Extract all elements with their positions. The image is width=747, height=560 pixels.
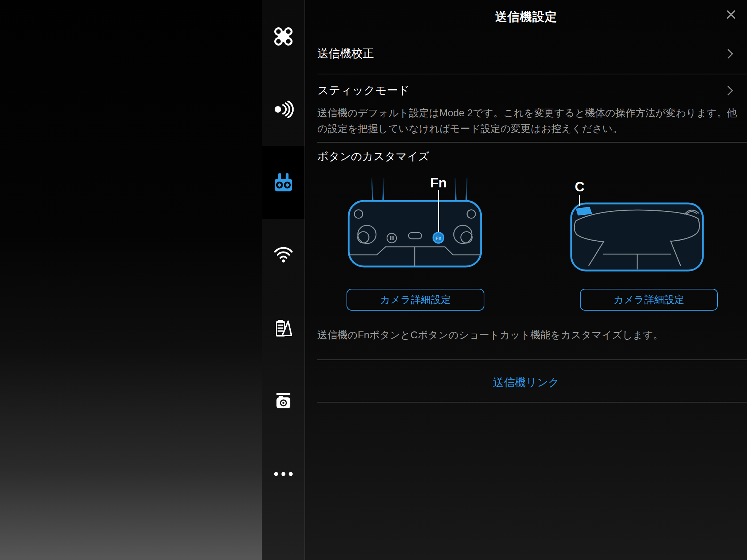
transmitter-settings-panel: 送信機設定 × 送信機校正 スティックモード 送信機のデフォルト設定はMode … xyxy=(305,0,747,560)
button-customize-heading: ボタンのカスタマイズ xyxy=(317,149,429,164)
close-icon[interactable]: × xyxy=(721,3,740,26)
camera-advanced-settings-button-c[interactable]: カメラ詳細設定 xyxy=(580,289,718,311)
stick-mode-description: 送信機のデフォルト設定はMode 2です。これを変更すると機体の操作方法が変わり… xyxy=(317,105,744,136)
divider xyxy=(317,74,747,74)
rc-settings-screen: 送信機設定 × 送信機校正 スティックモード 送信機のデフォルト設定はMode … xyxy=(0,0,747,560)
sidebar-item-aircraft[interactable] xyxy=(262,0,305,73)
drone-icon xyxy=(274,27,293,46)
sidebar-item-camera[interactable] xyxy=(262,365,305,438)
controller-back-diagram: C xyxy=(568,174,707,273)
button-label: カメラ詳細設定 xyxy=(380,293,451,306)
antennas xyxy=(592,178,681,205)
sidebar-item-battery[interactable] xyxy=(262,292,305,365)
divider xyxy=(317,359,747,360)
camera-advanced-settings-button-fn[interactable]: カメラ詳細設定 xyxy=(347,289,484,311)
battery-nav-icon xyxy=(274,319,293,338)
stick-mode-label: スティックモード xyxy=(317,83,410,98)
chevron-right-icon xyxy=(723,49,733,59)
sidebar-item-remote-controller[interactable] xyxy=(262,146,305,219)
calibration-label: 送信機校正 xyxy=(317,46,374,61)
page-title: 送信機設定 xyxy=(305,9,747,25)
divider xyxy=(317,142,747,143)
c-button xyxy=(576,207,592,215)
controller-front-diagram: Fn Fn xyxy=(346,174,484,273)
sidebar-item-perception[interactable] xyxy=(262,73,305,146)
antennas xyxy=(372,178,467,201)
sidebar-item-image-transmission[interactable] xyxy=(262,219,305,292)
signal-icon xyxy=(273,101,294,118)
chevron-right-icon xyxy=(723,86,733,96)
remote-controller-icon xyxy=(274,172,293,193)
ellipsis-icon xyxy=(273,471,294,477)
wifi-icon xyxy=(274,247,293,263)
settings-sidebar xyxy=(262,0,305,560)
camera-view-background xyxy=(0,0,262,560)
button-customize-caption: 送信機のFnボタンとCボタンのショートカット機能をカスタマイズします。 xyxy=(317,328,663,342)
fn-button-label: Fn xyxy=(436,236,442,241)
divider xyxy=(317,402,747,402)
transmitter-link-button[interactable]: 送信機リンク xyxy=(305,375,747,390)
fn-callout-label: Fn xyxy=(430,175,446,190)
c-callout-label: C xyxy=(575,179,585,194)
button-label: カメラ詳細設定 xyxy=(614,293,684,306)
camera-icon xyxy=(274,392,293,411)
row-stick-mode[interactable]: スティックモード xyxy=(317,80,734,101)
sidebar-item-more[interactable] xyxy=(262,438,305,510)
row-transmitter-calibration[interactable]: 送信機校正 xyxy=(317,43,734,64)
